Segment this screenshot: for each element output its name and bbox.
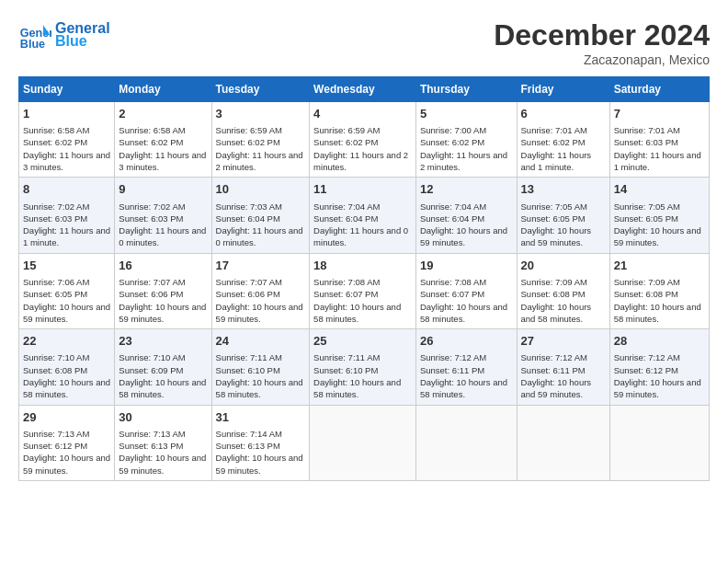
- day-info: Daylight: 10 hours and 59 minutes.: [521, 224, 606, 249]
- subtitle: Zacazonapan, Mexico: [494, 52, 710, 67]
- day-info: Sunset: 6:02 PM: [521, 136, 606, 148]
- day-info: Sunrise: 7:13 AM: [23, 428, 110, 440]
- day-number: 8: [23, 181, 110, 198]
- day-number: 12: [420, 181, 513, 198]
- day-info: Daylight: 10 hours and 59 minutes.: [216, 301, 306, 326]
- day-info: Sunrise: 7:07 AM: [119, 276, 207, 288]
- day-info: Sunrise: 7:11 AM: [216, 351, 306, 363]
- day-info: Sunrise: 7:08 AM: [313, 276, 412, 288]
- day-info: Daylight: 10 hours and 58 minutes.: [420, 376, 513, 401]
- calendar-cell: 10Sunrise: 7:03 AMSunset: 6:04 PMDayligh…: [211, 178, 310, 253]
- calendar-week-row: 22Sunrise: 7:10 AMSunset: 6:08 PMDayligh…: [19, 329, 710, 405]
- day-info: Sunrise: 7:02 AM: [23, 201, 110, 213]
- weekday-header-saturday: Saturday: [609, 77, 709, 102]
- day-info: Sunset: 6:05 PM: [614, 213, 705, 224]
- day-info: Daylight: 11 hours and 1 minute.: [614, 149, 705, 174]
- calendar-cell: 20Sunrise: 7:09 AMSunset: 6:08 PMDayligh…: [517, 253, 609, 328]
- calendar-cell: 11Sunrise: 7:04 AMSunset: 6:04 PMDayligh…: [310, 178, 416, 253]
- day-info: Sunrise: 7:12 AM: [420, 351, 513, 363]
- day-info: Daylight: 10 hours and 58 minutes.: [119, 376, 207, 401]
- day-info: Sunset: 6:13 PM: [119, 440, 207, 452]
- calendar-cell: 23Sunrise: 7:10 AMSunset: 6:09 PMDayligh…: [115, 329, 211, 405]
- calendar-cell: 9Sunrise: 7:02 AMSunset: 6:03 PMDaylight…: [115, 178, 211, 253]
- day-number: 1: [23, 106, 110, 122]
- day-info: Sunset: 6:13 PM: [216, 440, 306, 452]
- calendar-cell: 15Sunrise: 7:06 AMSunset: 6:05 PMDayligh…: [19, 253, 115, 328]
- calendar-cell: 17Sunrise: 7:07 AMSunset: 6:06 PMDayligh…: [211, 253, 310, 328]
- day-info: Daylight: 11 hours and 0 minutes.: [119, 224, 207, 249]
- weekday-header-monday: Monday: [115, 77, 211, 102]
- calendar-cell: 24Sunrise: 7:11 AMSunset: 6:10 PMDayligh…: [211, 329, 310, 405]
- day-info: Sunrise: 7:09 AM: [614, 276, 705, 288]
- day-info: Sunset: 6:04 PM: [313, 213, 412, 224]
- day-number: 13: [521, 181, 606, 198]
- day-number: 9: [119, 181, 207, 198]
- calendar-cell: 4Sunrise: 6:59 AMSunset: 6:02 PMDaylight…: [310, 102, 416, 178]
- day-info: Daylight: 10 hours and 58 minutes.: [420, 301, 513, 326]
- calendar-cell: 13Sunrise: 7:05 AMSunset: 6:05 PMDayligh…: [517, 178, 609, 253]
- day-info: Daylight: 10 hours and 59 minutes.: [216, 452, 306, 477]
- day-info: Sunrise: 7:04 AM: [420, 201, 513, 213]
- calendar-table: SundayMondayTuesdayWednesdayThursdayFrid…: [18, 76, 710, 481]
- day-info: Sunset: 6:03 PM: [23, 213, 110, 224]
- day-info: Sunset: 6:03 PM: [614, 136, 705, 148]
- day-info: Sunset: 6:03 PM: [119, 213, 207, 224]
- day-info: Sunset: 6:02 PM: [119, 136, 207, 148]
- weekday-header-wednesday: Wednesday: [310, 77, 416, 102]
- day-info: Sunrise: 7:05 AM: [521, 201, 606, 213]
- day-info: Sunset: 6:04 PM: [420, 213, 513, 224]
- day-info: Sunset: 6:10 PM: [216, 364, 306, 376]
- day-info: Sunset: 6:08 PM: [614, 288, 705, 300]
- day-info: Sunset: 6:07 PM: [313, 288, 412, 300]
- day-info: Sunset: 6:02 PM: [216, 136, 306, 148]
- day-info: Daylight: 11 hours and 1 minute.: [521, 149, 606, 174]
- main-title: December 2024: [494, 18, 710, 52]
- page-header: General Blue General Blue December 2024 …: [18, 18, 710, 67]
- day-number: 28: [614, 333, 705, 350]
- day-info: Sunrise: 6:58 AM: [119, 124, 207, 136]
- calendar-cell: 8Sunrise: 7:02 AMSunset: 6:03 PMDaylight…: [19, 178, 115, 253]
- logo: General Blue General Blue: [18, 18, 110, 52]
- day-info: Daylight: 10 hours and 59 minutes.: [614, 376, 705, 401]
- day-info: Sunrise: 7:10 AM: [23, 351, 110, 363]
- day-number: 23: [119, 333, 207, 350]
- calendar-cell: 2Sunrise: 6:58 AMSunset: 6:02 PMDaylight…: [115, 102, 211, 178]
- calendar-cell: 28Sunrise: 7:12 AMSunset: 6:12 PMDayligh…: [609, 329, 709, 405]
- day-info: Daylight: 11 hours and 0 minutes.: [313, 224, 412, 249]
- day-info: Daylight: 10 hours and 59 minutes.: [420, 224, 513, 249]
- calendar-week-row: 1Sunrise: 6:58 AMSunset: 6:02 PMDaylight…: [19, 102, 710, 178]
- day-info: Daylight: 10 hours and 58 minutes.: [23, 376, 110, 401]
- day-number: 19: [420, 258, 513, 274]
- weekday-header-row: SundayMondayTuesdayWednesdayThursdayFrid…: [19, 77, 710, 102]
- logo-text: General Blue: [55, 20, 110, 49]
- weekday-header-friday: Friday: [517, 77, 609, 102]
- calendar-cell: 31Sunrise: 7:14 AMSunset: 6:13 PMDayligh…: [211, 405, 310, 480]
- day-info: Sunrise: 7:00 AM: [420, 124, 513, 136]
- day-info: Sunrise: 7:11 AM: [313, 351, 412, 363]
- calendar-cell: 26Sunrise: 7:12 AMSunset: 6:11 PMDayligh…: [415, 329, 517, 405]
- day-info: Sunset: 6:05 PM: [23, 288, 110, 300]
- calendar-week-row: 15Sunrise: 7:06 AMSunset: 6:05 PMDayligh…: [19, 253, 710, 328]
- day-info: Sunrise: 7:06 AM: [23, 276, 110, 288]
- day-info: Daylight: 11 hours and 2 minutes.: [216, 149, 306, 174]
- day-info: Daylight: 10 hours and 58 minutes.: [614, 301, 705, 326]
- day-number: 22: [23, 333, 110, 350]
- day-number: 11: [313, 181, 412, 198]
- day-info: Daylight: 10 hours and 58 minutes.: [313, 376, 412, 401]
- day-info: Sunset: 6:05 PM: [521, 213, 606, 224]
- day-number: 15: [23, 258, 110, 274]
- day-info: Daylight: 10 hours and 59 minutes.: [614, 224, 705, 249]
- day-number: 5: [420, 106, 513, 122]
- day-number: 10: [216, 181, 306, 198]
- day-info: Daylight: 11 hours and 3 minutes.: [23, 149, 110, 174]
- day-number: 31: [216, 409, 306, 426]
- day-number: 18: [313, 258, 412, 274]
- day-info: Sunset: 6:12 PM: [23, 440, 110, 452]
- day-number: 26: [420, 333, 513, 350]
- calendar-cell: [415, 405, 517, 480]
- calendar-cell: 19Sunrise: 7:08 AMSunset: 6:07 PMDayligh…: [415, 253, 517, 328]
- day-info: Sunrise: 7:09 AM: [521, 276, 606, 288]
- day-info: Sunrise: 7:04 AM: [313, 201, 412, 213]
- day-info: Daylight: 11 hours and 2 minutes.: [420, 149, 513, 174]
- day-number: 20: [521, 258, 606, 274]
